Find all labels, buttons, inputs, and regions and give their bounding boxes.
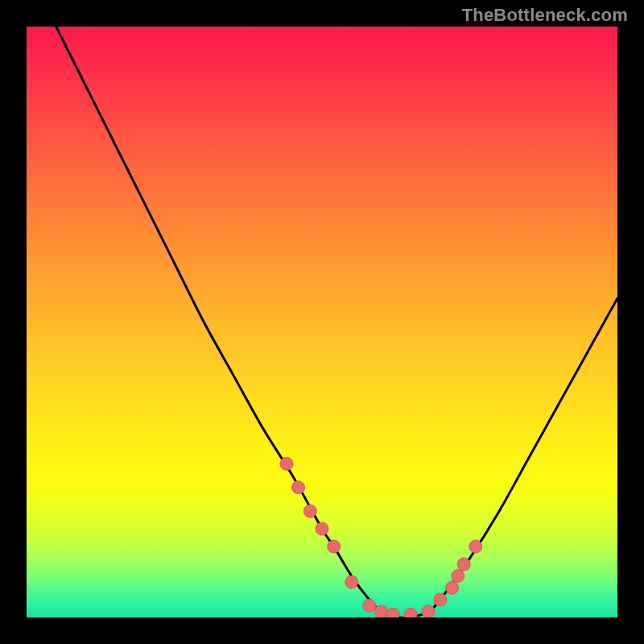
chart-frame: TheBottleneck.com: [0, 0, 644, 644]
plot-area: [27, 27, 617, 617]
watermark-text: TheBottleneck.com: [462, 5, 628, 26]
